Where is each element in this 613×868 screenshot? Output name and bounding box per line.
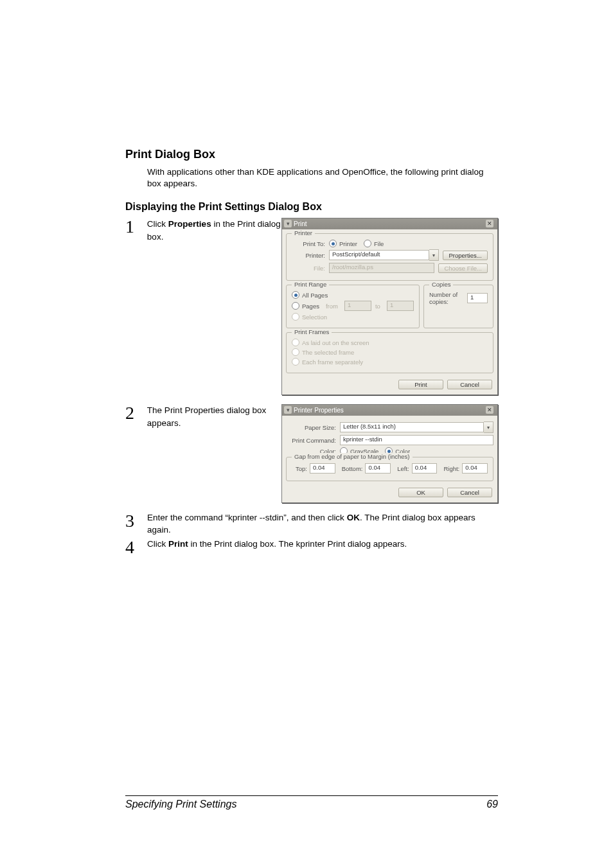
left-input[interactable]: 0.04 [412, 463, 438, 474]
step-2-text: The Print Properties dialog box appears. [147, 404, 281, 429]
step-3-pre: Enter the command “kprinter --stdin”, an… [147, 513, 347, 522]
copies-group: Copies Number of copies: 1 [423, 285, 493, 328]
frame-each-label: Each frame separately [302, 359, 363, 366]
step-number: 2 [125, 404, 147, 422]
pages-from-input: 1 [344, 301, 371, 311]
step-4-post: in the Print dialog box. The kprinter Pr… [188, 539, 407, 549]
step-2-image: ▾ Printer Properties ✕ Paper Size: Lette… [281, 404, 498, 503]
bottom-label: Bottom: [342, 465, 363, 472]
printer-group: Printer Print To: Printer File Printer: … [286, 233, 493, 281]
print-frames-title: Print Frames [292, 328, 332, 335]
step-3-bold: OK [347, 513, 360, 522]
print-command-input[interactable]: kprinter --stdin [340, 435, 493, 445]
top-input[interactable]: 0.04 [310, 463, 335, 474]
page-footer: Specifying Print Settings 69 [125, 795, 498, 810]
pages-label: Pages [302, 303, 319, 310]
left-label: Left: [397, 465, 409, 472]
selection-radio [292, 313, 299, 321]
print-dialog: ▾ Print ✕ Printer Print To: Printer [281, 218, 498, 395]
step-4-pre: Click [147, 539, 168, 549]
copies-title: Copies [429, 281, 454, 288]
all-pages-radio[interactable] [292, 291, 299, 299]
subsection-title: Displaying the Print Settings Dialog Box [125, 201, 498, 213]
footer-label: Specifying Print Settings [125, 799, 236, 810]
step-4-bold: Print [168, 539, 188, 549]
print-range-group: Print Range All Pages Pages from 1 [286, 285, 420, 328]
top-label: Top: [296, 465, 307, 472]
print-range-title: Print Range [292, 281, 329, 288]
right-input[interactable]: 0.04 [462, 463, 488, 474]
printer-properties-titlebar: ▾ Printer Properties ✕ [282, 405, 497, 416]
file-radio[interactable] [364, 240, 371, 247]
chevron-down-icon[interactable]: ▾ [484, 421, 493, 433]
step-number: 3 [125, 512, 147, 530]
printer-radio[interactable] [329, 240, 337, 247]
printer-radio-label: Printer [339, 240, 357, 247]
step-1-bold: Properties [168, 219, 211, 229]
chevron-down-icon[interactable]: ▾ [429, 249, 439, 261]
paper-size-label: Paper Size: [286, 424, 336, 431]
frame-selected-radio [292, 348, 299, 356]
step-1-image: ▾ Print ✕ Printer Print To: Printer [281, 218, 498, 395]
window-menu-icon[interactable]: ▾ [284, 406, 292, 414]
cancel-button[interactable]: Cancel [447, 380, 492, 389]
frame-aslaid-label: As laid out on the screen [302, 339, 369, 346]
right-label: Right: [443, 465, 459, 472]
close-icon[interactable]: ✕ [486, 406, 493, 414]
step-number: 1 [125, 218, 147, 236]
copies-input[interactable]: 1 [467, 293, 488, 303]
print-dialog-title: Print [294, 220, 307, 227]
to-label: to [375, 303, 380, 310]
from-label: from [326, 303, 338, 310]
choose-file-button: Choose File... [438, 263, 488, 273]
cancel-button[interactable]: Cancel [447, 488, 492, 497]
step-4: 4 Click Print in the Print dialog box. T… [125, 538, 498, 556]
properties-button[interactable]: Properties... [443, 251, 488, 260]
gap-group: Gap from edge of paper to Margin (inches… [286, 457, 493, 481]
frame-selected-label: The selected frame [302, 349, 354, 356]
copies-label: Number of copies: [429, 291, 463, 305]
printer-label: Printer: [292, 252, 325, 259]
printer-group-title: Printer [292, 229, 315, 236]
pages-radio[interactable] [292, 302, 299, 310]
document-page: Print Dialog Box With applications other… [0, 0, 613, 868]
printer-select[interactable]: PostScript/default [329, 250, 429, 260]
gap-group-title: Gap from edge of paper to Margin (inches… [292, 453, 413, 460]
pages-to-input: 1 [387, 301, 414, 311]
step-2: 2 The Print Properties dialog box appear… [125, 404, 498, 503]
paper-size-select[interactable]: Letter (8.5x11 inch) [340, 422, 484, 432]
step-2-body: The Print Properties dialog box appears. [147, 405, 266, 427]
step-1: 1 Click Properties in the Print dialog b… [125, 218, 498, 395]
step-1-text: Click Properties in the Print dialog box… [147, 218, 281, 242]
section-body: With applications other than KDE applica… [147, 166, 498, 190]
print-frames-group: Print Frames As laid out on the screen T… [286, 332, 493, 373]
print-dialog-titlebar: ▾ Print ✕ [282, 218, 497, 229]
selection-label: Selection [302, 314, 327, 321]
print-to-label: Print To: [292, 240, 325, 247]
printer-properties-dialog: ▾ Printer Properties ✕ Paper Size: Lette… [281, 404, 498, 503]
page-number: 69 [486, 799, 498, 810]
step-number: 4 [125, 538, 147, 556]
step-1-pre: Click [147, 219, 168, 229]
file-radio-label: File [374, 240, 384, 247]
window-menu-icon[interactable]: ▾ [284, 220, 292, 227]
frame-aslaid-radio [292, 339, 299, 346]
frame-each-radio [292, 358, 299, 366]
print-command-label: Print Command: [286, 437, 336, 444]
step-3: 3 Enter the command “kprinter --stdin”, … [125, 512, 498, 535]
content-area: Print Dialog Box With applications other… [125, 148, 498, 556]
ok-button[interactable]: OK [398, 488, 443, 497]
file-input: /root/mozilla.ps [329, 263, 434, 273]
bottom-input[interactable]: 0.04 [365, 463, 391, 474]
all-pages-label: All Pages [302, 292, 328, 299]
section-title: Print Dialog Box [125, 148, 498, 161]
print-button[interactable]: Print [398, 380, 443, 389]
close-icon[interactable]: ✕ [486, 220, 493, 227]
file-label: File: [292, 265, 325, 272]
printer-properties-title: Printer Properties [294, 407, 344, 414]
